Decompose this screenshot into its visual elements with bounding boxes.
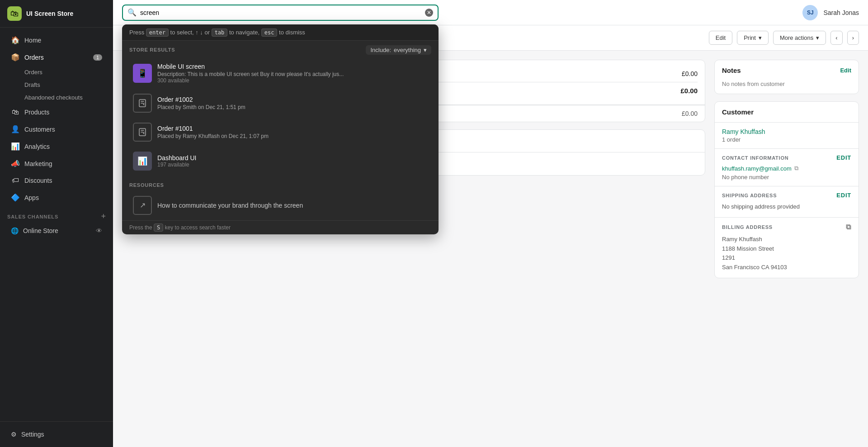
shipping-section: SHIPPING ADDRESS Edit No shipping addres… <box>715 186 859 218</box>
settings-icon: ⚙ <box>11 431 17 438</box>
billing-section: BILLING ADDRESS ⧉ Ramy Khuffash 1188 Mis… <box>715 218 859 278</box>
search-result-order-1001[interactable]: Order #1001 Placed by Ramy Khuffash on D… <box>126 118 435 146</box>
search-dropdown: Press enter to select, ↑ ↓ or tab to nav… <box>122 24 439 234</box>
sidebar-sub-abandoned[interactable]: Abandoned checkouts <box>4 91 109 104</box>
sidebar-nav: 🏠 Home 📦 Orders 1 Orders Drafts Abandone… <box>0 28 113 421</box>
search-result-resource[interactable]: ↗ How to communicate your brand through … <box>126 191 435 219</box>
sidebar-sub-drafts[interactable]: Drafts <box>4 79 109 91</box>
discounts-icon: 🏷 <box>11 176 20 185</box>
sidebar-item-orders[interactable]: 📦 Orders 1 <box>4 49 109 66</box>
sidebar-item-analytics-label: Analytics <box>24 143 50 150</box>
arrow-keys: ↑ ↓ <box>195 29 203 36</box>
subtotal-value: £0.00 <box>682 70 698 77</box>
edit-button[interactable]: Edit <box>709 31 732 45</box>
resources-label: RESOURCES <box>129 182 164 188</box>
search-input[interactable] <box>140 9 421 16</box>
contact-info-section: CONTACT INFORMATION Edit khuffash.ramy@g… <box>715 149 859 186</box>
customer-phone: No phone number <box>722 174 851 181</box>
result-desc-mobile: Description: This is a mobile UI screen … <box>157 71 344 77</box>
add-sales-channel-button[interactable]: + <box>101 212 106 221</box>
sidebar-item-discounts[interactable]: 🏷 Discounts <box>4 172 109 189</box>
sidebar-item-marketing[interactable]: 📣 Marketing <box>4 155 109 172</box>
orders-icon: 📦 <box>11 53 20 62</box>
search-section-header: STORE RESULTS Include: everything ▾ <box>122 41 439 57</box>
total-value: £0.00 <box>680 87 698 95</box>
notes-card: Notes Edit No notes from customer <box>714 60 859 94</box>
contact-info-header: CONTACT INFORMATION Edit <box>722 154 851 161</box>
result-info-dashboard: Dashboard UI 197 available <box>157 154 196 168</box>
customers-icon: 👤 <box>11 125 20 133</box>
copy-billing-icon[interactable]: ⧉ <box>846 223 851 231</box>
result-info: Mobile UI screen Description: This is a … <box>157 63 344 84</box>
copy-email-icon[interactable]: ⧉ <box>794 165 798 172</box>
sidebar-sub-orders[interactable]: Orders <box>4 66 109 78</box>
search-result-dashboard-ui[interactable]: 📊 Dashboard UI 197 available <box>126 147 435 175</box>
eye-icon[interactable]: 👁 <box>96 227 102 234</box>
search-footer: Press the S key to access search faster <box>122 220 439 234</box>
products-icon: 🛍 <box>11 108 20 116</box>
topbar: 🔍 ✕ Press enter to select, ↑ ↓ or tab to… <box>113 0 868 25</box>
online-store-icon: 🌐 <box>11 227 19 234</box>
result-desc-1001: Placed by Ramy Khuffash on Dec 21, 1:07 … <box>157 133 269 139</box>
billing-header: BILLING ADDRESS ⧉ <box>722 223 851 231</box>
search-icon: 🔍 <box>127 8 137 17</box>
resources-section: RESOURCES <box>122 176 439 190</box>
print-chevron-icon: ▾ <box>759 34 762 41</box>
search-result-order-1002[interactable]: Order #1002 Placed by Smith on Dec 21, 1… <box>126 89 435 117</box>
result-desc-1002: Placed by Smith on Dec 21, 1:51 pm <box>157 104 245 110</box>
user-name: Sarah Jonas <box>823 9 859 16</box>
include-value: everything <box>394 47 421 53</box>
search-clear-button[interactable]: ✕ <box>425 9 433 17</box>
customer-orders: 1 order <box>722 136 851 143</box>
sidebar-item-customers[interactable]: 👤 Customers <box>4 121 109 138</box>
customer-info: Ramy Khuffash 1 order <box>715 123 859 149</box>
s-shortcut-key: S <box>154 224 163 232</box>
billing-address1: 1188 Mission Street <box>722 245 774 252</box>
sidebar-item-products-label: Products <box>24 109 49 116</box>
sidebar-item-settings[interactable]: ⚙ Settings <box>7 427 106 442</box>
notes-empty-text: No notes from customer <box>715 81 859 94</box>
more-actions-button[interactable]: More actions ▾ <box>773 31 826 45</box>
notes-title: Notes <box>722 67 741 74</box>
sidebar-item-home[interactable]: 🏠 Home <box>4 32 109 48</box>
header-actions: Edit Print ▾ More actions ▾ ‹ › <box>709 31 859 45</box>
search-result-mobile-ui-screen[interactable]: 📱 Mobile UI screen Description: This is … <box>126 58 435 88</box>
sidebar-header: 🛍 UI Screen Store <box>0 0 113 28</box>
billing-address2: 1291 <box>722 254 735 261</box>
shipping-header: SHIPPING ADDRESS Edit <box>722 192 851 199</box>
online-store-actions: 👁 <box>96 227 102 234</box>
prev-order-button[interactable]: ‹ <box>830 31 842 45</box>
search-container: 🔍 ✕ Press enter to select, ↑ ↓ or tab to… <box>122 5 439 21</box>
notes-header: Notes Edit <box>715 60 859 81</box>
main-content: 🔍 ✕ Press enter to select, ↑ ↓ or tab to… <box>113 0 868 447</box>
sidebar-item-analytics[interactable]: 📊 Analytics <box>4 138 109 155</box>
tab-key: tab <box>212 29 228 37</box>
customer-name[interactable]: Ramy Khuffash <box>722 128 851 135</box>
online-store-label: Online Store <box>23 227 58 234</box>
include-filter[interactable]: Include: everything ▾ <box>366 45 431 55</box>
contact-edit-link[interactable]: Edit <box>836 154 851 161</box>
next-order-button[interactable]: › <box>847 31 859 45</box>
esc-key: esc <box>261 29 278 37</box>
result-info-1002: Order #1002 Placed by Smith on Dec 21, 1… <box>157 96 245 110</box>
store-name: UI Screen Store <box>26 10 73 17</box>
include-label: Include: <box>370 47 391 53</box>
search-input-wrapper: 🔍 ✕ <box>122 5 439 21</box>
shipping-edit-link[interactable]: Edit <box>836 192 851 199</box>
topbar-right: SJ Sarah Jonas <box>802 5 859 20</box>
chevron-down-icon: ▾ <box>424 47 427 53</box>
store-results-label: STORE RESULTS <box>129 47 175 52</box>
sidebar-item-customers-label: Customers <box>24 126 55 133</box>
print-button[interactable]: Print ▾ <box>737 31 769 45</box>
order-icon-1001 <box>133 123 152 142</box>
customer-email: khuffash.ramy@gmail.com ⧉ <box>722 165 851 172</box>
sidebar-item-online-store[interactable]: 🌐 Online Store 👁 <box>4 224 109 238</box>
resource-link-icon: ↗ <box>133 196 152 215</box>
sidebar-item-products[interactable]: 🛍 Products <box>4 104 109 120</box>
resource-title: How to communicate your brand through th… <box>157 202 303 209</box>
result-title-1001: Order #1001 <box>157 125 269 132</box>
notes-edit-link[interactable]: Edit <box>840 67 851 74</box>
billing-name: Ramy Khuffash <box>722 236 762 243</box>
sidebar-item-apps[interactable]: 🔷 Apps <box>4 189 109 206</box>
result-title-mobile: Mobile UI screen <box>157 63 344 70</box>
